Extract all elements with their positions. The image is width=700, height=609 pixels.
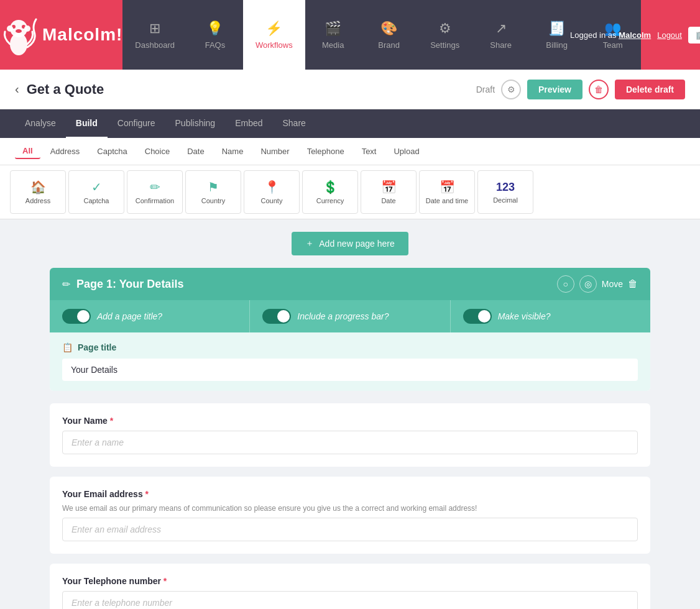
element-decimal[interactable]: 123 Decimal xyxy=(477,170,533,214)
preview-button[interactable]: Preview xyxy=(527,80,583,99)
nav-item-faqs[interactable]: 💡 FAQs xyxy=(187,0,243,70)
page-1-toggles: Add a page title? Include a progress bar… xyxy=(50,300,650,332)
page-1-title-area: ✏ Page 1: Your Details xyxy=(62,278,183,291)
filter-tab-telephone[interactable]: Telephone xyxy=(300,144,352,158)
address-element-icon: 🏠 xyxy=(30,180,46,195)
filter-tabs: All Address Captcha Choice Date Name Num… xyxy=(0,138,700,165)
filter-tab-text[interactable]: Text xyxy=(354,144,384,158)
dashboard-icon: ⊞ xyxy=(149,21,160,37)
field-telephone-input[interactable] xyxy=(62,591,638,609)
element-currency[interactable]: 💲 Currency xyxy=(302,170,358,214)
page-title-input[interactable] xyxy=(62,359,638,381)
sub-tab-build[interactable]: Build xyxy=(66,109,108,138)
currency-element-icon: 💲 xyxy=(323,180,338,195)
svg-point-4 xyxy=(16,29,22,33)
toggle-progress-bar-label: Include a progress bar? xyxy=(297,311,389,321)
filter-tab-number[interactable]: Number xyxy=(253,144,297,158)
element-county[interactable]: 📍 County xyxy=(244,170,300,214)
nav-item-share[interactable]: ↗ Share xyxy=(473,0,529,70)
main-nav: ⊞ Dashboard 💡 FAQs ⚡ Workflows 🎬 Media 🎨… xyxy=(122,0,640,70)
settings-circle-button[interactable]: ⚙ xyxy=(501,80,521,99)
filter-tab-date[interactable]: Date xyxy=(180,144,211,158)
brand-icon: 🎨 xyxy=(380,21,397,37)
nav-label-share: Share xyxy=(490,40,512,50)
username-link[interactable]: Malcolm xyxy=(619,30,651,40)
media-icon: 🎬 xyxy=(325,21,341,37)
sub-tab-share[interactable]: Share xyxy=(272,109,315,138)
page-1-actions: ○ ◎ Move 🗑 xyxy=(557,275,638,293)
toggle-page-title-switch[interactable] xyxy=(62,309,91,324)
page-title-section: 📋 Page title xyxy=(50,332,650,391)
field-telephone-label: Your Telephone number * xyxy=(62,576,638,586)
nav-item-dashboard[interactable]: ⊞ Dashboard xyxy=(122,0,187,70)
filter-tab-address[interactable]: Address xyxy=(43,144,88,158)
title-bar: ‹ Get a Quote Draft ⚙ Preview 🗑 Delete d… xyxy=(0,70,700,109)
toggle-page-title: Add a page title? xyxy=(50,300,250,332)
sub-tab-configure[interactable]: Configure xyxy=(108,109,165,138)
filter-tab-name[interactable]: Name xyxy=(214,144,251,158)
filter-tab-captcha[interactable]: Captcha xyxy=(90,144,134,158)
page-1-up-button[interactable]: ○ xyxy=(557,275,574,293)
field-telephone-required: * xyxy=(163,576,167,586)
toggle-visible-switch[interactable] xyxy=(463,309,492,324)
group-button[interactable]: 🏢 GroupFun ▾ xyxy=(688,27,700,44)
page-1-title: Page 1: Your Details xyxy=(76,278,183,291)
field-telephone-section: Your Telephone number * xyxy=(50,564,650,609)
filter-tab-all[interactable]: All xyxy=(15,144,40,159)
group-icon: 🏢 xyxy=(696,30,700,40)
country-element-icon: ⚑ xyxy=(208,180,219,195)
page-1-down-button[interactable]: ◎ xyxy=(579,275,597,293)
element-date-time[interactable]: 📅 Date and time xyxy=(419,170,475,214)
field-email-label: Your Email address * xyxy=(62,489,638,499)
filter-tab-upload[interactable]: Upload xyxy=(386,144,426,158)
element-confirmation[interactable]: ✏ Confirmation xyxy=(127,170,183,214)
field-name-label: Your Name * xyxy=(62,416,638,426)
field-email-input[interactable] xyxy=(62,518,638,541)
add-new-page-button[interactable]: ＋ Add new page here xyxy=(292,232,408,255)
field-name-input[interactable] xyxy=(62,431,638,454)
element-captcha[interactable]: ✓ Captcha xyxy=(68,170,124,214)
settings-icon: ⚙ xyxy=(439,21,451,37)
nav-label-team: Team xyxy=(603,40,623,50)
delete-icon-circle[interactable]: 🗑 xyxy=(589,80,609,99)
page-1-edit-icon[interactable]: ✏ xyxy=(62,278,70,290)
sub-tab-embed[interactable]: Embed xyxy=(225,109,272,138)
user-info: Logged in as Malcolm xyxy=(570,30,651,40)
page-title-section-label: 📋 Page title xyxy=(62,342,638,352)
logout-button[interactable]: Logout xyxy=(657,30,682,40)
field-email-required: * xyxy=(145,489,149,499)
delete-draft-button[interactable]: Delete draft xyxy=(615,80,685,99)
workflows-icon: ⚡ xyxy=(265,21,282,37)
nav-label-settings: Settings xyxy=(430,40,459,50)
element-toolbar: 🏠 Address ✓ Captcha ✏ Confirmation ⚑ Cou… xyxy=(0,165,700,219)
decimal-element-icon: 123 xyxy=(496,181,515,194)
element-country[interactable]: ⚑ Country xyxy=(185,170,241,214)
title-right: Draft ⚙ Preview 🗑 Delete draft xyxy=(476,80,685,99)
nav-item-media[interactable]: 🎬 Media xyxy=(305,0,361,70)
add-page-bar: ＋ Add new page here xyxy=(50,232,650,255)
nav-label-brand: Brand xyxy=(378,40,400,50)
confirmation-element-icon: ✏ xyxy=(150,180,160,195)
share-icon: ↗ xyxy=(495,21,507,37)
element-address[interactable]: 🏠 Address xyxy=(10,170,66,214)
sub-tab-publishing[interactable]: Publishing xyxy=(165,109,226,138)
nav-item-brand[interactable]: 🎨 Brand xyxy=(361,0,417,70)
page-1-header: ✏ Page 1: Your Details ○ ◎ Move 🗑 xyxy=(50,268,650,300)
county-element-icon: 📍 xyxy=(264,180,280,195)
toggle-progress-bar: Include a progress bar? xyxy=(250,300,450,332)
element-date[interactable]: 📅 Date xyxy=(361,170,417,214)
field-name-section: Your Name * xyxy=(50,403,650,467)
toggle-progress-bar-switch[interactable] xyxy=(262,309,291,324)
sub-tab-analyse[interactable]: Analyse xyxy=(15,109,66,138)
nav-item-workflows[interactable]: ⚡ Workflows xyxy=(243,0,305,70)
filter-tab-choice[interactable]: Choice xyxy=(137,144,177,158)
draft-badge: Draft xyxy=(476,85,495,94)
billing-icon: 🧾 xyxy=(548,21,565,37)
nav-item-settings[interactable]: ⚙ Settings xyxy=(417,0,473,70)
page-1-move-button[interactable]: Move xyxy=(602,279,623,289)
page-1-delete-button[interactable]: 🗑 xyxy=(628,278,638,290)
nav-label-media: Media xyxy=(322,40,344,50)
back-button[interactable]: ‹ xyxy=(15,82,19,96)
page-1-block: ✏ Page 1: Your Details ○ ◎ Move 🗑 Add a … xyxy=(50,268,650,391)
nav-label-workflows: Workflows xyxy=(256,40,293,50)
